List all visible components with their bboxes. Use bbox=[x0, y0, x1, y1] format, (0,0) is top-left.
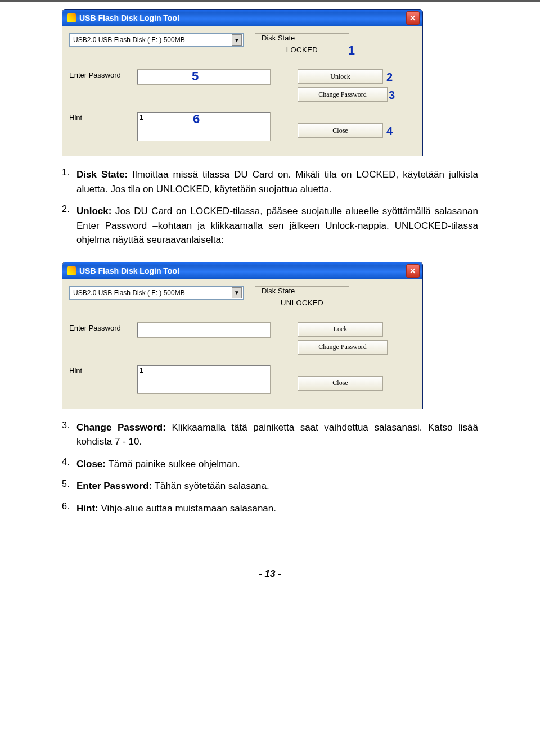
unlock-button-label: Unlock bbox=[330, 73, 350, 81]
disk-select-dropdown-2[interactable]: USB2.0 USB Flash Disk ( F: ) 500MB ▼ bbox=[69, 286, 244, 300]
change-password-button-2[interactable]: Change Password bbox=[298, 340, 388, 355]
enter-password-label-2: Enter Password bbox=[69, 322, 137, 332]
item4-body: Tämä painike sulkee ohjelman. bbox=[106, 459, 240, 469]
annotation-4: 4 bbox=[386, 125, 393, 138]
unlock-button[interactable]: Unlock 2 bbox=[298, 69, 383, 84]
list-num-5: 5. bbox=[62, 479, 76, 501]
close-button-label-2: Close bbox=[332, 379, 348, 387]
item6-label: Hint: bbox=[76, 503, 98, 514]
disk-select-dropdown[interactable]: USB2.0 USB Flash Disk ( F: ) 500MB ▼ bbox=[69, 33, 244, 47]
item6-body: Vihje-alue auttaa muistamaan salasanan. bbox=[98, 503, 276, 514]
password-input[interactable] bbox=[137, 69, 271, 85]
list-num-3: 3. bbox=[62, 420, 76, 457]
chevron-down-icon[interactable]: ▼ bbox=[232, 34, 242, 46]
list-num-4: 4. bbox=[62, 457, 76, 479]
disk-state-group-2: Disk State UNLOCKED bbox=[255, 286, 349, 313]
annotation-1: 1 bbox=[348, 43, 355, 58]
top-rule bbox=[0, 0, 540, 2]
chevron-down-icon-2[interactable]: ▼ bbox=[232, 287, 242, 298]
window-titlebar: USB Flash Disk Login Tool ✕ bbox=[62, 10, 422, 26]
close-icon-2[interactable]: ✕ bbox=[406, 264, 420, 278]
disk-state-label: Disk State bbox=[260, 34, 296, 42]
close-icon[interactable]: ✕ bbox=[406, 11, 420, 25]
item5-body: Tähän syötetään salasana. bbox=[152, 481, 269, 491]
screenshot-unlocked: USB Flash Disk Login Tool ✕ USB2.0 USB F… bbox=[62, 262, 478, 409]
app-icon bbox=[67, 13, 76, 22]
item1-body: Ilmoittaa missä tilassa DU Card on. Mikä… bbox=[76, 169, 478, 194]
close-button[interactable]: Close 4 bbox=[298, 123, 383, 138]
enter-password-label: Enter Password bbox=[69, 69, 137, 79]
window-titlebar-2: USB Flash Disk Login Tool ✕ bbox=[62, 262, 422, 279]
disk-state-label-2: Disk State bbox=[260, 287, 296, 295]
item2-label: Unlock: bbox=[76, 206, 111, 216]
change-password-label-2: Change Password bbox=[318, 343, 367, 351]
annotation-2: 2 bbox=[386, 71, 393, 84]
page-number: - 13 - bbox=[62, 568, 478, 580]
dropdown-value-2: USB2.0 USB Flash Disk ( F: ) 500MB bbox=[73, 289, 232, 297]
disk-state-group: Disk State LOCKED bbox=[255, 33, 349, 60]
close-button-label: Close bbox=[332, 126, 348, 135]
item1-label: Disk State: bbox=[76, 169, 128, 180]
app-icon-2 bbox=[67, 266, 76, 275]
change-password-label: Change Password bbox=[318, 90, 367, 99]
item3-label: Change Password: bbox=[76, 422, 166, 433]
password-input-2[interactable] bbox=[137, 322, 271, 338]
disk-state-value-2: UNLOCKED bbox=[260, 298, 344, 307]
window-title-2: USB Flash Disk Login Tool bbox=[79, 266, 406, 275]
window-title: USB Flash Disk Login Tool bbox=[79, 13, 406, 22]
lock-button-label: Lock bbox=[334, 325, 348, 333]
hint-input-2[interactable]: 1 bbox=[137, 365, 271, 394]
change-password-button[interactable]: Change Password 3 bbox=[298, 87, 388, 102]
hint-label: Hint bbox=[69, 112, 137, 122]
item2-body: Jos DU Card on LOCKED-tilassa, pääsee su… bbox=[76, 206, 478, 245]
list-num-1: 1. bbox=[62, 168, 76, 204]
close-button-2[interactable]: Close bbox=[298, 376, 383, 391]
dropdown-value: USB2.0 USB Flash Disk ( F: ) 500MB bbox=[73, 36, 232, 44]
screenshot-locked: USB Flash Disk Login Tool ✕ USB2.0 USB F… bbox=[62, 9, 478, 156]
hint-input[interactable]: 1 bbox=[137, 112, 271, 141]
item5-label: Enter Password: bbox=[76, 481, 152, 491]
annotation-3: 3 bbox=[389, 89, 395, 102]
item4-label: Close: bbox=[76, 459, 106, 469]
lock-button[interactable]: Lock bbox=[298, 322, 383, 337]
list-num-2: 2. bbox=[62, 204, 76, 255]
disk-state-value: LOCKED bbox=[260, 46, 344, 54]
hint-label-2: Hint bbox=[69, 365, 137, 375]
list-num-6: 6. bbox=[62, 501, 76, 524]
